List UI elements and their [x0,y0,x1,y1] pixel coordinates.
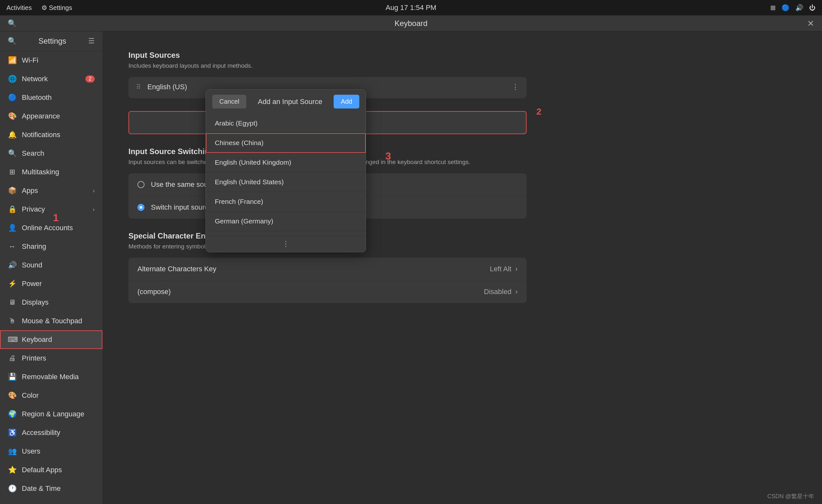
power-icon: ⚡ [8,280,17,288]
date-time-label: Date & Time [22,484,61,493]
sidebar-item-power[interactable]: ⚡Power [0,275,102,293]
wifi-label: Wi-Fi [22,56,38,64]
power-label: Power [22,280,42,288]
sidebar-item-color[interactable]: 🎨Color [0,386,102,405]
sidebar-item-accessibility[interactable]: ♿Accessibility [0,423,102,442]
sidebar-item-sound[interactable]: 🔊Sound [0,256,102,275]
sidebar-item-about[interactable]: ℹAbout [0,498,102,504]
sidebar-item-appearance[interactable]: 🎨Appearance [0,107,102,125]
sidebar-search-icon[interactable]: 🔍 [8,37,16,45]
region-language-label: Region & Language [22,410,84,418]
dialog-item-english-uk[interactable]: English (United Kingdom) [206,153,366,172]
notifications-label: Notifications [22,131,60,139]
sidebar-item-displays[interactable]: 🖥Displays [0,293,102,312]
keyboard-icon: ⌨ [8,336,17,344]
sidebar-item-mouse-touchpad[interactable]: 🖱Mouse & Touchpad [0,312,102,330]
settings-appname[interactable]: ⚙ Settings [41,4,72,12]
dialog-item-chinese-china[interactable]: Chinese (China) [206,133,366,153]
displays-label: Displays [22,298,48,307]
displays-icon: 🖥 [8,298,17,307]
window-close-button[interactable]: ✕ [807,19,814,28]
sidebar-item-sharing[interactable]: ↔Sharing [0,237,102,256]
network-icon: 🌐 [8,75,17,83]
dialog-item-arabic-egypt[interactable]: Arabic (Egypt) [206,114,366,133]
dialog-more-icon[interactable]: ⋮ [282,240,289,248]
appearance-label: Appearance [22,112,60,120]
bluetooth-status-icon[interactable]: 🔵 [782,4,790,12]
dialog-item-japanese[interactable]: Japanese [206,231,366,235]
network-badge: 2 [85,75,95,82]
removable-media-label: Removable Media [22,373,79,381]
sidebar-item-network[interactable]: 🌐Network2 [0,70,102,88]
mouse-touchpad-icon: 🖱 [8,317,17,325]
sidebar-item-apps[interactable]: 📦Apps› [0,181,102,200]
dialog-add-button[interactable]: Add [334,95,359,108]
wifi-icon: 📶 [8,56,17,64]
sidebar: 🔍 Settings ☰ 📶Wi-Fi🌐Network2🔵Bluetooth🎨A… [0,31,103,504]
default-apps-icon: ⭐ [8,466,17,474]
sidebar-item-default-apps[interactable]: ⭐Default Apps [0,461,102,479]
accessibility-label: Accessibility [22,429,60,437]
sidebar-item-privacy[interactable]: 🔒Privacy› [0,200,102,218]
mouse-touchpad-label: Mouse & Touchpad [22,317,82,325]
sidebar-item-multitasking[interactable]: ⊞Multitasking [0,163,102,181]
accessibility-icon: ♿ [8,429,17,437]
sound-icon: 🔊 [8,261,17,269]
sidebar-item-wifi[interactable]: 📶Wi-Fi [0,51,102,70]
bluetooth-label: Bluetooth [22,93,52,102]
sidebar-item-removable-media[interactable]: 💾Removable Media [0,368,102,386]
volume-icon[interactable]: 🔊 [795,4,803,12]
search-label: Search [22,149,44,158]
sidebar-item-notifications[interactable]: 🔔Notifications [0,125,102,144]
annotation-3: 3 [385,150,391,162]
sidebar-menu-icon[interactable]: ☰ [88,37,95,45]
sidebar-header: 🔍 Settings ☰ [0,31,102,51]
printers-icon: 🖨 [8,354,17,363]
sidebar-item-keyboard[interactable]: ⌨Keyboard [0,330,102,349]
network-label: Network [22,75,48,83]
bluetooth-icon: 🔵 [8,93,17,102]
add-input-source-dialog: Cancel Add an Input Source Add Arabic (E… [206,89,366,252]
dialog-item-german-germany[interactable]: German (Germany) [206,211,366,231]
printers-label: Printers [22,354,46,363]
annotation-1: 1 [53,212,59,224]
search-icon[interactable]: 🔍 [8,19,16,28]
dialog-title-label: Add an Input Source [252,98,329,106]
sidebar-title: Settings [39,37,66,46]
sidebar-item-bluetooth[interactable]: 🔵Bluetooth [0,88,102,107]
screen-share-icon[interactable]: ⊞ [770,4,776,12]
dialog-cancel-button[interactable]: Cancel [212,95,246,108]
sidebar-item-printers[interactable]: 🖨Printers [0,349,102,368]
date-time-icon: 🕐 [8,484,17,493]
window-titlebar: 🔍 Keyboard ✕ [0,15,822,31]
users-icon: 👥 [8,447,17,456]
color-icon: 🎨 [8,391,17,400]
activities-button[interactable]: Activities [6,4,32,12]
sidebar-item-search[interactable]: 🔍Search [0,144,102,163]
watermark: CSDN @繁星十年 [767,492,814,500]
dialog-item-french-france[interactable]: French (France) [206,192,366,211]
dialog-footer: ⋮ [206,235,366,252]
default-apps-label: Default Apps [22,466,62,474]
topbar: Activities ⚙ Settings Aug 17 1:54 PM ⊞ 🔵… [0,0,822,15]
sound-label: Sound [22,261,42,269]
sidebar-item-date-time[interactable]: 🕐Date & Time [0,479,102,498]
settings-window: 🔍 Keyboard ✕ 🔍 Settings ☰ 📶Wi-Fi🌐Network… [0,15,822,504]
dialog-item-english-us[interactable]: English (United States) [206,172,366,192]
power-menu-icon[interactable]: ⏻ [809,4,816,12]
color-label: Color [22,391,39,400]
sharing-label: Sharing [22,242,46,251]
topbar-right: ⊞ 🔵 🔊 ⏻ [770,4,816,12]
sidebar-item-online-accounts[interactable]: 👤Online Accounts [0,218,102,237]
notifications-icon: 🔔 [8,131,17,139]
privacy-arrow: › [93,206,95,213]
dialog-titlebar: Cancel Add an Input Source Add [206,90,366,114]
privacy-label: Privacy [22,205,45,213]
removable-media-icon: 💾 [8,373,17,381]
sidebar-items: 📶Wi-Fi🌐Network2🔵Bluetooth🎨Appearance🔔Not… [0,51,102,504]
apps-arrow: › [93,187,95,194]
sidebar-item-users[interactable]: 👥Users [0,442,102,461]
sidebar-item-region-language[interactable]: 🌍Region & Language [0,405,102,423]
content-area: Input Sources Includes keyboard layouts … [103,31,822,504]
apps-icon: 📦 [8,186,17,195]
